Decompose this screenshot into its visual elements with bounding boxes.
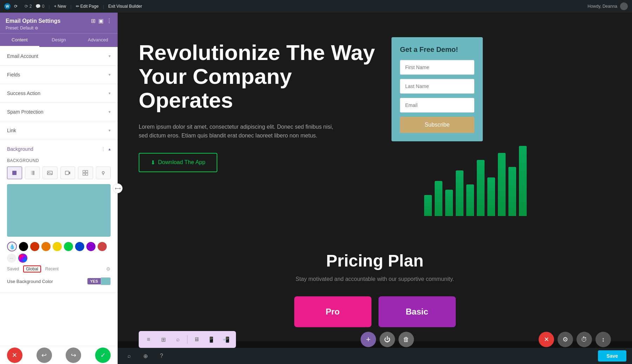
chart-bar-7	[487, 177, 495, 216]
toolbar-desktop-icon[interactable]: 🖥	[190, 333, 203, 346]
toolbar-power-button[interactable]: ⏻	[380, 332, 395, 347]
panel-icon-layout[interactable]: ▣	[98, 18, 104, 24]
toolbar-close-button[interactable]: ✕	[539, 332, 554, 347]
panel-redo-button[interactable]: ↪	[66, 348, 81, 363]
background-content: Background	[0, 158, 118, 292]
updates-counter[interactable]: ⟳ 2	[25, 4, 32, 9]
chart-bar-9	[508, 167, 516, 216]
email-input[interactable]	[400, 98, 474, 113]
last-name-input[interactable]	[400, 79, 474, 94]
color-tab-global[interactable]: Global	[23, 265, 41, 272]
bg-type-image[interactable]	[42, 167, 58, 179]
color-tab-saved[interactable]: Saved	[7, 267, 19, 271]
pricing-cards: Pro Basic	[139, 296, 611, 327]
bottom-help-button[interactable]: ?	[156, 350, 167, 362]
accordion-header-spam[interactable]: Spam Protection ▾	[0, 103, 118, 121]
svg-rect-8	[86, 173, 88, 175]
left-panel: Email Optin Settings ⊞ ▣ ⋮ Preset: Defau…	[0, 13, 118, 364]
hero-content: Revolutionize The Way Your Company Opera…	[139, 41, 377, 172]
bottom-globe-button[interactable]: ⊕	[139, 350, 151, 362]
toggle-yes-label[interactable]: YES	[87, 278, 101, 284]
preset-gear-icon[interactable]: ⚙	[35, 26, 38, 31]
more-swatches-icon[interactable]: ···	[7, 254, 16, 263]
chart-bar-10	[519, 146, 527, 216]
bg-type-pattern[interactable]	[78, 167, 93, 179]
new-button[interactable]: + New	[54, 4, 66, 9]
pricing-card-basic: Basic	[378, 296, 456, 327]
chart-bar-4	[456, 170, 463, 216]
toolbar-menu-icon[interactable]: ≡	[142, 333, 155, 346]
accordion-header-fields[interactable]: Fields ▾	[0, 66, 118, 84]
bg-type-gradient[interactable]	[25, 167, 40, 179]
sep: |	[48, 4, 50, 9]
toolbar-search-icon[interactable]: ⌕	[172, 333, 184, 346]
panel-icon-grid[interactable]: ⊞	[91, 18, 96, 24]
comments-counter[interactable]: 💬 0	[35, 4, 45, 9]
swatch-green[interactable]	[64, 242, 73, 251]
toolbar-left: ≡ ⊞ ⌕ 🖥 📱 📲	[139, 331, 236, 348]
edit-page-button[interactable]: ✏ Edit Page	[76, 4, 99, 9]
chevron-down-icon: ▾	[108, 128, 111, 133]
accordion-spam-protection: Spam Protection ▾	[0, 103, 118, 121]
swatch-pink[interactable]	[98, 242, 107, 251]
panel-title: Email Optin Settings	[6, 18, 60, 24]
chart-bar-6	[477, 160, 485, 216]
tab-content[interactable]: Content	[0, 34, 39, 47]
save-button[interactable]: Save	[598, 350, 626, 362]
toolbar-history-button[interactable]: ⏱	[577, 332, 592, 347]
bottom-nav: ⌕ ⊕ ? Save	[118, 348, 632, 364]
tab-advanced[interactable]: Advanced	[78, 34, 118, 47]
panel-toggle-arrow[interactable]: ⟷	[113, 183, 123, 193]
subscribe-button[interactable]: Subscribe	[400, 117, 474, 133]
hero-section: Revolutionize The Way Your Company Opera…	[118, 13, 632, 230]
use-bg-toggle[interactable]: YES	[87, 277, 111, 285]
toggle-color-box[interactable]	[101, 277, 111, 285]
swatch-orange[interactable]	[41, 242, 51, 251]
hero-cta-button[interactable]: ⬇ Download The App	[139, 153, 217, 172]
site-link[interactable]: ⟳	[14, 4, 18, 9]
toolbar-tablet-icon[interactable]: 📱	[205, 333, 218, 346]
toolbar-add-button[interactable]: +	[361, 332, 376, 347]
bg-type-video[interactable]	[60, 167, 75, 179]
tab-design[interactable]: Design	[39, 34, 79, 47]
use-background-color-row: Use Background Color YES	[7, 277, 111, 285]
swatch-purple[interactable]	[86, 242, 96, 251]
exit-builder-button[interactable]: Exit Visual Builder	[108, 4, 142, 9]
toolbar-settings-button[interactable]: ⚙	[558, 332, 573, 347]
pricing-card-pro-title: Pro	[301, 307, 364, 317]
panel-check-button[interactable]: ✓	[95, 348, 111, 363]
swatch-red[interactable]	[30, 242, 39, 251]
accordion-header-success[interactable]: Success Action ▾	[0, 84, 118, 102]
toolbar-grid-icon[interactable]: ⊞	[157, 333, 170, 346]
panel-close-button[interactable]: ✕	[7, 348, 22, 363]
panel-bottom: ✕ ↩ ↪ ✓	[0, 346, 118, 364]
first-name-input[interactable]	[400, 60, 474, 75]
toolbar-trash-button[interactable]: 🗑	[399, 332, 414, 347]
accordion-header-link[interactable]: Link ▾	[0, 121, 118, 140]
section-options-icon[interactable]: ⋮	[101, 146, 106, 152]
color-preview-swatch[interactable]	[7, 184, 111, 237]
swatch-yellow[interactable]	[53, 242, 62, 251]
admin-bar-left: W ⟳ ⟳ 2 💬 0 | + New | ✏ Edit Page | Exit…	[4, 3, 584, 9]
accordion-header-background[interactable]: Background ⋮ ▴	[0, 140, 118, 158]
color-tab-recent[interactable]: Recent	[45, 267, 59, 271]
panel-icon-more[interactable]: ⋮	[106, 18, 112, 24]
accordion-header-email[interactable]: Email Account ▾	[0, 47, 118, 65]
wp-logo-icon[interactable]: W	[4, 3, 11, 9]
toolbar-mobile-icon[interactable]: 📲	[220, 333, 232, 346]
bottom-search-button[interactable]: ⌕	[123, 350, 135, 362]
color-swatches: 💧 ···	[7, 242, 111, 263]
howdy-text: Howdy, Deanna	[588, 4, 618, 9]
panel-undo-button[interactable]: ↩	[37, 348, 52, 363]
color-settings-icon[interactable]: ⚙	[106, 266, 111, 272]
swatch-black[interactable]	[19, 242, 28, 251]
main-layout: Email Optin Settings ⊞ ▣ ⋮ Preset: Defau…	[0, 13, 632, 364]
panel-preset[interactable]: Preset: Default ⚙	[6, 26, 112, 31]
swatch-custom[interactable]	[18, 254, 27, 263]
toolbar-arrange-button[interactable]: ↕	[595, 332, 611, 347]
eyedropper-icon[interactable]: 💧	[7, 242, 17, 251]
bg-type-map[interactable]	[96, 167, 111, 179]
bg-type-solid[interactable]	[7, 167, 22, 179]
pricing-card-pro: Pro	[294, 296, 371, 327]
swatch-blue[interactable]	[75, 242, 84, 251]
